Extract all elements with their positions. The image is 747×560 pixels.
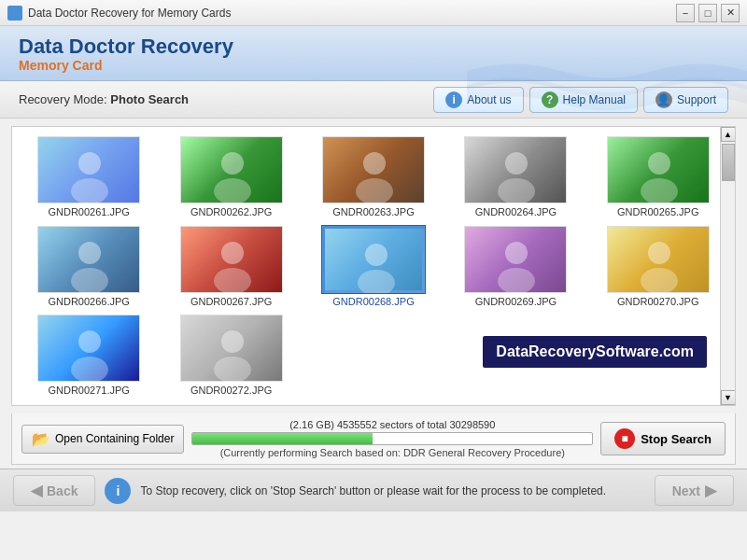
thumbnail-label: GNDR00266.JPG <box>48 296 129 307</box>
thumbnail-label: GNDR00272.JPG <box>190 385 272 396</box>
back-arrow-icon: ◀ <box>31 482 42 499</box>
list-item[interactable]: GNDR00261.JPG <box>21 136 156 217</box>
recovery-mode-label: Recovery Mode: Photo Search <box>19 92 189 106</box>
stop-search-button[interactable]: ■ Stop Search <box>600 422 726 455</box>
list-item[interactable]: GNDR00263.JPG <box>306 136 441 217</box>
app-icon <box>7 6 22 21</box>
thumbnail-label: GNDR00265.JPG <box>617 206 698 217</box>
maximize-button[interactable]: □ <box>698 4 717 22</box>
svg-point-14 <box>641 178 678 204</box>
stop-search-label: Stop Search <box>641 432 712 446</box>
svg-point-29 <box>641 268 678 294</box>
window-controls: − □ ✕ <box>676 4 740 22</box>
next-label: Next <box>672 483 700 498</box>
bottom-nav: ◀ Back i To Stop recovery, click on 'Sto… <box>0 469 747 511</box>
list-item[interactable]: GNDR00266.JPG <box>21 226 156 307</box>
progress-area: 📂 Open Containing Folder (2.16 GB) 45355… <box>11 413 736 465</box>
thumbnail-label: GNDR00264.JPG <box>475 206 557 217</box>
next-button[interactable]: Next ▶ <box>655 475 734 506</box>
svg-point-4 <box>221 152 244 175</box>
title-bar: Data Doctor Recovery for Memory Cards − … <box>0 0 747 26</box>
list-item[interactable]: GNDR00264.JPG <box>448 136 583 217</box>
thumbnail-label: GNDR00271.JPG <box>48 385 129 396</box>
open-folder-label: Open Containing Folder <box>55 432 174 445</box>
thumbnail-label: GNDR00268.JPG <box>332 296 414 307</box>
recovery-mode-value: Photo Search <box>110 92 189 106</box>
svg-point-16 <box>78 242 101 264</box>
thumbnail-label: GNDR00263.JPG <box>332 206 414 217</box>
svg-point-31 <box>78 330 101 353</box>
list-item[interactable]: GNDR00272.JPG <box>163 315 298 396</box>
thumbnail-label: GNDR00262.JPG <box>190 206 272 217</box>
header-decoration <box>467 52 747 118</box>
stop-icon: ■ <box>614 428 635 449</box>
main-content-area: GNDR00261.JPG GNDR00262.JPG GNDR00263.JP… <box>11 126 736 406</box>
svg-point-19 <box>221 242 244 264</box>
window-title: Data Doctor Recovery for Memory Cards <box>28 7 676 20</box>
svg-point-28 <box>648 242 670 264</box>
svg-point-25 <box>505 242 528 264</box>
svg-point-35 <box>214 357 251 383</box>
list-item[interactable]: GNDR00268.JPG <box>306 226 441 307</box>
list-item[interactable]: GNDR00265.JPG <box>591 136 726 217</box>
svg-point-13 <box>648 152 670 175</box>
scroll-down-button[interactable]: ▼ <box>721 390 736 405</box>
svg-point-22 <box>365 244 388 266</box>
progress-bar <box>191 432 593 445</box>
progress-sub-text: (Currently performing Search based on: D… <box>191 447 593 458</box>
close-button[interactable]: ✕ <box>721 4 740 22</box>
nav-info-icon: i <box>105 478 131 504</box>
svg-point-10 <box>505 152 528 175</box>
svg-point-2 <box>71 178 108 204</box>
open-folder-button[interactable]: 📂 Open Containing Folder <box>21 425 184 454</box>
svg-point-23 <box>358 270 395 296</box>
svg-point-11 <box>498 178 535 204</box>
svg-point-1 <box>78 152 101 175</box>
svg-point-26 <box>498 268 535 294</box>
progress-info-text: (2.16 GB) 4535552 sectors of total 30298… <box>191 419 593 430</box>
app-header: Data Doctor Recovery Memory Card <box>0 26 747 81</box>
scrollbar[interactable]: ▲ ▼ <box>720 127 735 405</box>
thumbnail-label: GNDR00267.JPG <box>190 296 272 307</box>
svg-point-17 <box>71 268 108 294</box>
scroll-thumb[interactable] <box>722 144 735 181</box>
list-item[interactable]: GNDR00262.JPG <box>163 136 298 217</box>
svg-point-8 <box>356 178 393 204</box>
next-arrow-icon: ▶ <box>705 482 716 499</box>
back-label: Back <box>47 483 78 498</box>
minimize-button[interactable]: − <box>676 4 695 22</box>
svg-point-20 <box>214 268 251 294</box>
list-item[interactable]: GNDR00267.JPG <box>163 226 298 307</box>
nav-message: To Stop recovery, click on 'Stop Search'… <box>140 484 644 497</box>
list-item[interactable]: GNDR00271.JPG <box>21 315 156 396</box>
svg-point-7 <box>363 152 386 175</box>
progress-bar-fill <box>192 433 372 444</box>
scroll-up-button[interactable]: ▲ <box>721 127 736 142</box>
watermark: DataRecoverySoftware.com <box>483 336 707 368</box>
folder-icon: 📂 <box>32 430 50 448</box>
svg-point-34 <box>221 330 244 353</box>
thumbnail-label: GNDR00261.JPG <box>48 206 129 217</box>
svg-point-5 <box>214 178 251 204</box>
thumbnail-label: GNDR00269.JPG <box>475 296 557 307</box>
back-button[interactable]: ◀ Back <box>13 475 95 506</box>
thumbnail-label: GNDR00270.JPG <box>617 296 698 307</box>
list-item[interactable]: GNDR00269.JPG <box>448 226 583 307</box>
list-item[interactable]: GNDR00270.JPG <box>591 226 726 307</box>
progress-info: (2.16 GB) 4535552 sectors of total 30298… <box>191 419 593 458</box>
svg-point-32 <box>71 357 108 383</box>
info-icon: i <box>445 91 462 108</box>
